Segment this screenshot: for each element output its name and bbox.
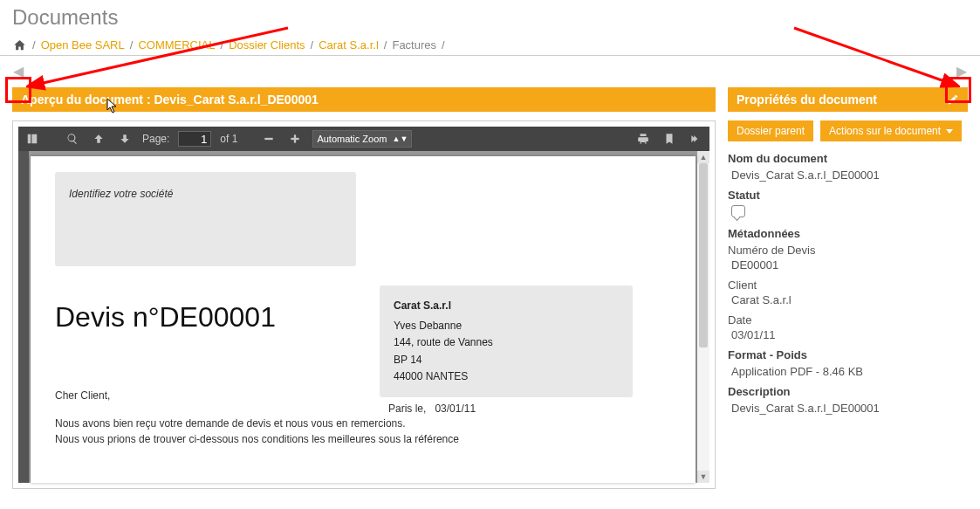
search-icon[interactable] xyxy=(64,130,81,148)
pdf-scrollbar[interactable]: ▲ ▼ xyxy=(697,151,709,483)
doc-date: 03/01/11 xyxy=(435,402,476,415)
properties-panel-header: Propriétés du document xyxy=(728,87,968,112)
page-label: Page: xyxy=(142,133,169,145)
prev-page-icon[interactable] xyxy=(90,130,107,148)
doc-location-date: Paris le, 03/01/11 xyxy=(388,402,476,415)
parent-folder-label: Dossier parent xyxy=(737,125,805,137)
document-actions-label: Actions sur le document xyxy=(829,125,941,137)
page-title: Documents xyxy=(0,0,980,31)
scroll-up-icon[interactable]: ▲ xyxy=(697,151,709,163)
svg-rect-4 xyxy=(291,138,299,140)
pdf-toolbar: Page: of 1 Automatic Zoom ▲▼ xyxy=(18,127,709,151)
prop-value-description: Devis_Carat S.a.r.l_DE00001 xyxy=(728,402,968,415)
print-icon[interactable] xyxy=(634,130,652,148)
scroll-down-icon[interactable]: ▼ xyxy=(697,471,709,483)
prop-label-client: Client xyxy=(728,279,968,292)
bookmark-icon[interactable] xyxy=(661,130,678,148)
breadcrumb-sep: / xyxy=(384,38,387,52)
breadcrumb-link-0[interactable]: Open Bee SARL xyxy=(41,38,125,52)
breadcrumb-link-3[interactable]: Carat S.a.r.l xyxy=(319,38,379,52)
prop-label-format: Format - Poids xyxy=(728,348,968,361)
page-total: of 1 xyxy=(220,133,237,145)
svg-rect-2 xyxy=(265,138,273,140)
zoom-out-icon[interactable] xyxy=(260,130,278,148)
properties-panel-title: Propriétés du document xyxy=(737,93,877,107)
prev-document-button[interactable]: ◀ xyxy=(7,59,30,82)
zoom-select[interactable]: Automatic Zoom ▲▼ xyxy=(312,130,412,148)
breadcrumb-current: Factures xyxy=(392,38,436,52)
breadcrumb-sep: / xyxy=(311,38,314,52)
next-page-icon[interactable] xyxy=(116,130,134,148)
pdf-viewer: Page: of 1 Automatic Zoom ▲▼ Identifiez xyxy=(12,120,716,489)
zoom-in-icon[interactable] xyxy=(286,130,304,148)
next-document-button[interactable]: ▶ xyxy=(950,59,973,82)
doc-body-line-1: Nous avons bien reçu votre demande de de… xyxy=(55,416,671,431)
home-icon[interactable] xyxy=(12,38,27,52)
zoom-select-label: Automatic Zoom xyxy=(317,134,387,144)
comment-icon[interactable] xyxy=(731,205,745,217)
more-tools-icon[interactable] xyxy=(687,130,704,148)
prop-label-quote-number: Numéro de Devis xyxy=(728,244,968,257)
preview-panel-title: Aperçu du document : Devis_Carat S.a.r.l… xyxy=(21,93,319,107)
prop-value-quote-number: DE00001 xyxy=(728,258,968,272)
breadcrumb-link-2[interactable]: Dossier Clients xyxy=(229,38,305,52)
prop-value-client: Carat S.a.r.l xyxy=(728,293,968,306)
prop-label-status: Statut xyxy=(728,189,968,202)
scroll-thumb[interactable] xyxy=(699,163,708,347)
pdf-page: Identifiez votre société Carat S.a.r.l Y… xyxy=(31,156,696,483)
breadcrumb-sep: / xyxy=(130,38,134,52)
preview-panel-header: Aperçu du document : Devis_Carat S.a.r.l… xyxy=(12,87,716,112)
document-actions-button[interactable]: Actions sur le document xyxy=(820,120,962,141)
recipient-city: 44000 NANTES xyxy=(394,368,619,385)
prop-value-format: Application PDF - 8.46 KB xyxy=(728,365,968,378)
sidebar-toggle-icon[interactable] xyxy=(24,130,41,148)
doc-body-line-2: Nous vous prions de trouver ci-dessous n… xyxy=(55,431,671,447)
prop-label-name: Nom du document xyxy=(728,152,968,165)
breadcrumb-sep: / xyxy=(221,38,224,52)
doc-identify-box: Identifiez votre société xyxy=(55,172,356,266)
prop-label-date: Date xyxy=(728,313,968,327)
doc-location-prefix: Paris le, xyxy=(388,402,426,415)
chevron-down-icon xyxy=(946,129,953,134)
edit-icon[interactable] xyxy=(947,93,959,106)
recipient-company: Carat S.a.r.l xyxy=(394,298,619,314)
doc-recipient-box: Carat S.a.r.l Yves Debanne 144, route de… xyxy=(380,285,633,397)
breadcrumb-sep: / xyxy=(32,38,36,52)
pdf-gutter xyxy=(18,151,29,483)
recipient-bp: BP 14 xyxy=(394,352,619,368)
parent-folder-button[interactable]: Dossier parent xyxy=(728,120,813,141)
prop-label-metadata: Métadonnées xyxy=(728,227,968,240)
prop-value-name: Devis_Carat S.a.r.l_DE00001 xyxy=(728,169,968,182)
breadcrumb-sep: / xyxy=(442,38,445,52)
page-input[interactable] xyxy=(178,131,211,147)
breadcrumb-link-1[interactable]: COMMERCIAL xyxy=(138,38,215,52)
prop-value-date: 03/01/11 xyxy=(728,328,968,341)
recipient-street: 144, route de Vannes xyxy=(394,334,619,351)
prop-label-description: Description xyxy=(728,385,968,398)
recipient-contact: Yves Debanne xyxy=(394,318,619,334)
breadcrumb: / Open Bee SARL / COMMERCIAL / Dossier C… xyxy=(0,31,980,56)
